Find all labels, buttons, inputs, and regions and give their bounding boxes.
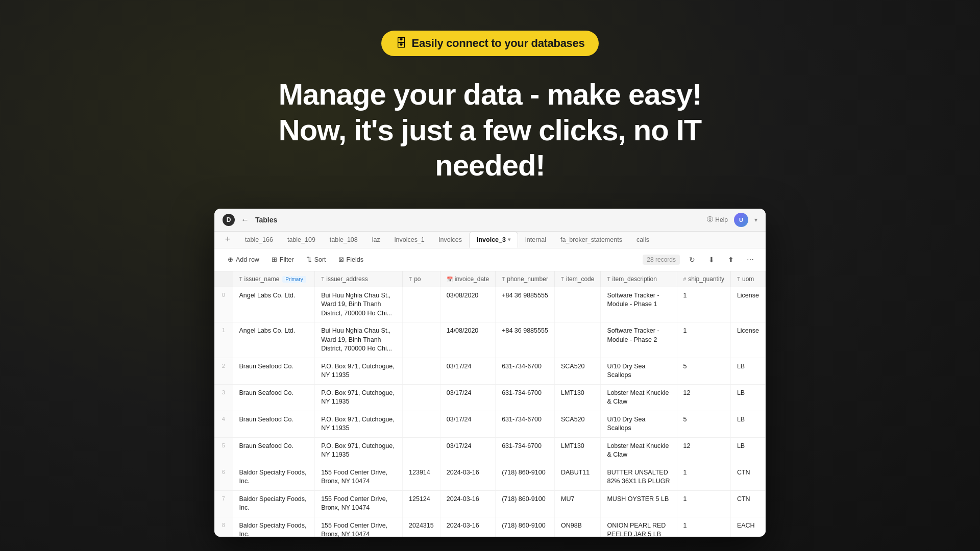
download-button[interactable]: ⬇ <box>704 253 719 267</box>
col-header-po[interactable]: Tpo <box>403 271 440 287</box>
cell-uom[interactable]: License <box>730 287 765 322</box>
cell-issuer_address[interactable]: P.O. Box 971, Cutchogue, NY 11935 <box>315 358 403 384</box>
dropdown-icon[interactable]: ▾ <box>754 216 757 223</box>
fields-button[interactable]: ⊠ Fields <box>333 253 369 266</box>
cell-item_code[interactable]: LMT130 <box>554 437 600 464</box>
tab-internal[interactable]: internal <box>518 232 553 247</box>
cell-po[interactable] <box>403 287 440 322</box>
cell-ship_quantity[interactable]: 5 <box>677 358 730 384</box>
cell-item_code[interactable]: MU7 <box>554 490 600 517</box>
col-header-invoice_date[interactable]: 📅invoice_date <box>440 271 495 287</box>
cell-ship_quantity[interactable]: 1 <box>677 464 730 490</box>
cell-ship_quantity[interactable]: 1 <box>677 287 730 322</box>
cell-item_description[interactable]: Software Tracker - Module - Phase 1 <box>601 287 677 322</box>
cell-issuer_address[interactable]: P.O. Box 971, Cutchogue, NY 11935 <box>315 437 403 464</box>
col-header-ship_quantity[interactable]: #ship_quantity <box>677 271 730 287</box>
tab-invoice-3[interactable]: invoice_3▾ <box>469 232 518 248</box>
refresh-button[interactable]: ↻ <box>685 253 699 267</box>
cell-phone_number[interactable]: 631-734-6700 <box>496 384 555 411</box>
back-button[interactable]: ← <box>241 215 249 224</box>
cell-invoice_date[interactable]: 2024-03-16 <box>440 490 495 517</box>
tab-table-166[interactable]: table_166 <box>238 232 280 247</box>
cell-po[interactable]: 123914 <box>403 464 440 490</box>
more-button[interactable]: ⋯ <box>743 253 757 267</box>
cell-issuer_name[interactable]: Braun Seafood Co. <box>233 411 315 437</box>
cell-uom[interactable]: LB <box>730 411 765 437</box>
cell-uom[interactable]: LB <box>730 358 765 384</box>
cell-issuer_name[interactable]: Baldor Specialty Foods, Inc. <box>233 517 315 537</box>
add-row-button[interactable]: ⊕ Add row <box>223 253 264 266</box>
cell-item_code[interactable]: LMT130 <box>554 384 600 411</box>
cell-issuer_name[interactable]: Baldor Specialty Foods, Inc. <box>233 464 315 490</box>
cell-item_description[interactable]: MUSH OYSTER 5 LB <box>601 490 677 517</box>
cell-invoice_date[interactable]: 03/17/24 <box>440 411 495 437</box>
col-header-issuer_address[interactable]: Tissuer_address <box>315 271 403 287</box>
cell-invoice_date[interactable]: 03/17/24 <box>440 384 495 411</box>
cell-po[interactable] <box>403 411 440 437</box>
cell-po[interactable]: 125124 <box>403 490 440 517</box>
filter-button[interactable]: ⊞ Filter <box>266 253 299 266</box>
cell-invoice_date[interactable]: 2024-03-16 <box>440 464 495 490</box>
cell-uom[interactable]: LB <box>730 437 765 464</box>
cell-uom[interactable]: CTN <box>730 464 765 490</box>
cell-po[interactable] <box>403 384 440 411</box>
cell-ship_quantity[interactable]: 1 <box>677 322 730 358</box>
cell-phone_number[interactable]: (718) 860-9100 <box>496 490 555 517</box>
tab-table-109[interactable]: table_109 <box>280 232 323 247</box>
col-header-uom[interactable]: Tuom <box>730 271 765 287</box>
col-header-issuer_name[interactable]: Tissuer_namePrimary <box>233 271 315 287</box>
cell-issuer_address[interactable]: 155 Food Center Drive, Bronx, NY 10474 <box>315 517 403 537</box>
cell-issuer_name[interactable]: Angel Labs Co. Ltd. <box>233 322 315 358</box>
tab-fa-broker-statements[interactable]: fa_broker_statements <box>553 232 629 247</box>
cell-invoice_date[interactable]: 03/08/2020 <box>440 287 495 322</box>
cell-item_description[interactable]: Lobster Meat Knuckle & Claw <box>601 384 677 411</box>
help-button[interactable]: ⓪ Help <box>707 215 728 224</box>
cell-invoice_date[interactable]: 03/17/24 <box>440 358 495 384</box>
cell-phone_number[interactable]: +84 36 9885555 <box>496 322 555 358</box>
cell-item_code[interactable]: SCA520 <box>554 411 600 437</box>
cell-po[interactable]: 2024315 <box>403 517 440 537</box>
cell-phone_number[interactable]: +84 36 9885555 <box>496 287 555 322</box>
cell-ship_quantity[interactable]: 12 <box>677 437 730 464</box>
cell-po[interactable] <box>403 437 440 464</box>
cell-issuer_address[interactable]: 155 Food Center Drive, Bronx, NY 10474 <box>315 464 403 490</box>
cell-issuer_address[interactable]: P.O. Box 971, Cutchogue, NY 11935 <box>315 411 403 437</box>
cell-issuer_name[interactable]: Angel Labs Co. Ltd. <box>233 287 315 322</box>
cell-item_code[interactable]: ON98B <box>554 517 600 537</box>
cell-uom[interactable]: EACH <box>730 517 765 537</box>
cell-po[interactable] <box>403 322 440 358</box>
cell-issuer_address[interactable]: Bui Huu Nghia Chau St., Ward 19, Binh Th… <box>315 322 403 358</box>
cell-item_code[interactable]: DABUT11 <box>554 464 600 490</box>
cell-issuer_name[interactable]: Braun Seafood Co. <box>233 384 315 411</box>
cell-issuer_address[interactable]: P.O. Box 971, Cutchogue, NY 11935 <box>315 384 403 411</box>
cell-ship_quantity[interactable]: 5 <box>677 411 730 437</box>
cell-issuer_name[interactable]: Braun Seafood Co. <box>233 358 315 384</box>
cell-phone_number[interactable]: (718) 860-9100 <box>496 464 555 490</box>
cell-uom[interactable]: License <box>730 322 765 358</box>
cell-issuer_name[interactable]: Braun Seafood Co. <box>233 437 315 464</box>
cell-item_description[interactable]: Software Tracker - Module - Phase 2 <box>601 322 677 358</box>
sort-button[interactable]: ⇅ Sort <box>301 253 331 266</box>
cell-item_description[interactable]: Lobster Meat Knuckle & Claw <box>601 437 677 464</box>
cell-item_description[interactable]: U/10 Dry Sea Scallops <box>601 411 677 437</box>
cell-invoice_date[interactable]: 2024-03-16 <box>440 517 495 537</box>
cell-item_description[interactable]: BUTTER UNSALTED 82% 36X1 LB PLUGR <box>601 464 677 490</box>
tab-invoices[interactable]: invoices <box>432 232 469 247</box>
tab-calls[interactable]: calls <box>629 232 656 247</box>
cell-issuer_name[interactable]: Baldor Specialty Foods, Inc. <box>233 490 315 517</box>
user-avatar[interactable]: U <box>734 213 748 227</box>
cell-ship_quantity[interactable]: 1 <box>677 490 730 517</box>
cell-phone_number[interactable]: (718) 860-9100 <box>496 517 555 537</box>
tab-table-108[interactable]: table_108 <box>323 232 365 247</box>
cell-uom[interactable]: LB <box>730 384 765 411</box>
share-button[interactable]: ⬆ <box>724 253 738 267</box>
connect-badge[interactable]: 🗄 Easily connect to your databases <box>381 31 599 56</box>
col-header-item_description[interactable]: Titem_description <box>601 271 677 287</box>
cell-item_code[interactable]: SCA520 <box>554 358 600 384</box>
cell-po[interactable] <box>403 358 440 384</box>
cell-ship_quantity[interactable]: 1 <box>677 517 730 537</box>
cell-item_code[interactable] <box>554 287 600 322</box>
cell-item_description[interactable]: ONION PEARL RED PEELED JAR 5 LB <box>601 517 677 537</box>
cell-issuer_address[interactable]: 155 Food Center Drive, Bronx, NY 10474 <box>315 490 403 517</box>
cell-phone_number[interactable]: 631-734-6700 <box>496 437 555 464</box>
